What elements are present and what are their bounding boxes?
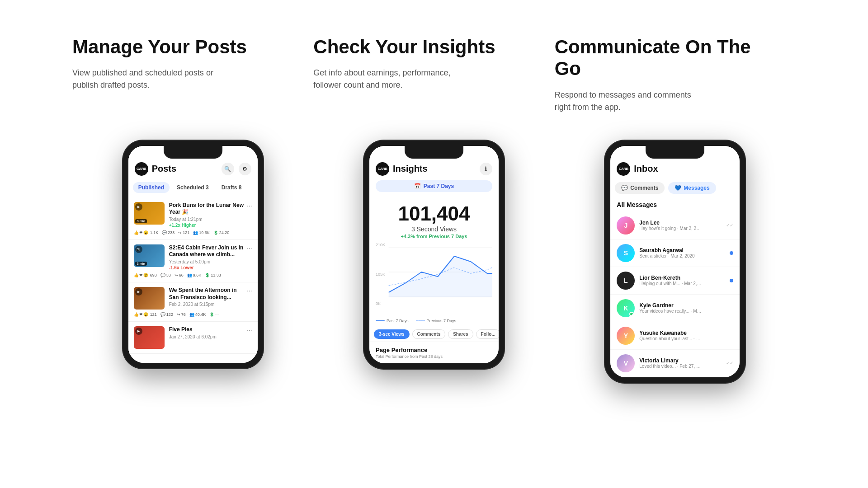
earnings-count-3: ··· <box>215 312 219 317</box>
feature-insights-title: Check Your Insights <box>313 36 527 58</box>
message-item-jen-lee[interactable]: J Jen Lee Hey how's it going · Mar 2, 20… <box>610 212 740 239</box>
msg-name-victoria: Victoria Limary <box>639 357 722 364</box>
tab-messages[interactable]: 💙 Messages <box>668 182 716 194</box>
post-item-3[interactable]: ▶ We Spent the Afternoon in San Fransisc… <box>128 282 258 322</box>
post-item-2[interactable]: 📷 3 min S2:E4 Cabin Fever Join us in Can… <box>128 240 258 282</box>
unread-dot-lior <box>730 279 733 282</box>
post-item-1[interactable]: ▶ 3 min Pork Buns for the Lunar New Year… <box>128 197 258 240</box>
chart-tab-comments[interactable]: Comments <box>412 329 446 339</box>
message-item-victoria[interactable]: V Victoria Limary Loved this video... · … <box>610 350 740 377</box>
message-tab-icon: 💙 <box>675 185 681 191</box>
post-date-3: Feb 2, 2020 at 5:15pm <box>169 302 252 307</box>
tab-published[interactable]: Published <box>133 182 170 193</box>
chart-tab-views[interactable]: 3-sec Views <box>374 329 410 339</box>
carb-logo-insights: CARB <box>376 162 389 176</box>
duration-1: 3 min <box>135 219 147 223</box>
msg-name-jen-lee: Jen Lee <box>639 220 722 226</box>
message-item-lior[interactable]: L Lior Ben-Kereth Helping out with M... … <box>610 267 740 295</box>
msg-name-lior: Lior Ben-Kereth <box>639 275 725 281</box>
chart-tab-shares[interactable]: Shares <box>448 329 473 339</box>
stat-reach-1: 👥 19.6K <box>193 230 210 235</box>
posts-screen: CARB Posts 🔍 ⚙ Published Scheduled 3 <box>128 146 258 363</box>
feature-communicate: Communicate On The Go Respond to message… <box>555 36 796 113</box>
tab-comments[interactable]: 💬 Comments <box>615 182 665 194</box>
phone-inbox-notch <box>646 146 704 159</box>
earnings-count-2: 11.33 <box>211 273 221 277</box>
insights-chart-svg <box>376 243 492 301</box>
tab-scheduled[interactable]: Scheduled 3 <box>171 182 214 193</box>
post-tag-1: +1.2x Higher <box>169 223 252 228</box>
msg-preview-kyle: Your videos have really... · Mar 1, 2020 <box>639 309 703 314</box>
tab-drafts[interactable]: Drafts 8 <box>216 182 247 193</box>
feature-manage-posts-title: Manage Your Posts <box>72 36 286 58</box>
msg-info-lior: Lior Ben-Kereth Helping out with M... · … <box>639 275 725 286</box>
post-info-4: Five Pies ··· Jan 27, 2020 at 6:02pm <box>169 326 252 339</box>
msg-preview-jen-lee: Hey how's it going · Mar 2, 2020 <box>639 226 703 231</box>
legend-past7: Past 7 Days <box>376 319 409 323</box>
chart-tab-followers[interactable]: Follo... <box>476 329 499 339</box>
stat-earnings-3: 💲 ··· <box>209 312 219 317</box>
phone-insights-notch <box>405 146 463 159</box>
chart-area: 210K 105K 0K <box>369 243 499 315</box>
avatar-lior: L <box>617 272 635 290</box>
stat-shares-1: ↪ 121 <box>178 230 189 235</box>
post-title-1: Pork Buns for the Lunar New Year 🎉 <box>169 202 244 216</box>
post-title-2: S2:E4 Cabin Fever Join us in Canada wher… <box>169 244 244 258</box>
posts-tabs-bar: Published Scheduled 3 Drafts 8 <box>128 180 258 197</box>
avatar-jen-lee: J <box>617 216 635 235</box>
avatar-saurabh: S <box>617 244 635 262</box>
share-count-1: 121 <box>183 230 189 235</box>
phone-inbox-inner: CARB Inbox 💬 Comments 💙 Message <box>610 146 740 377</box>
message-item-yusuke[interactable]: Y Yusuke Kawanabe Question about your la… <box>610 322 740 350</box>
post-title-row-4: Five Pies ··· <box>169 326 252 333</box>
posts-header-left: CARB Posts <box>135 162 176 176</box>
feature-communicate-title: Communicate On The Go <box>555 36 769 80</box>
page-wrapper: Manage Your Posts View published and sch… <box>0 0 868 383</box>
info-button[interactable]: ℹ <box>480 163 492 175</box>
stat-comments-3: 💬 122 <box>160 312 173 317</box>
post-item-4[interactable]: ▶ Five Pies ··· Jan 27, 2020 at 6:02pm <box>128 322 258 354</box>
search-icon[interactable]: 🔍 <box>222 163 234 175</box>
reaction-count-2: 693 <box>150 273 157 277</box>
post-date-4: Jan 27, 2020 at 6:02pm <box>169 334 252 339</box>
reaction-icons-1: 👍 ❤ 😮 <box>134 230 148 235</box>
message-item-kyle[interactable]: K Kyle Gardner Your videos have really..… <box>610 295 740 322</box>
post-stats-2: 👍 ❤ 😮 693 💬 33 <box>134 273 252 277</box>
stat-reactions-2: 👍 ❤ 😮 693 <box>134 273 157 277</box>
inbox-title: Inbox <box>634 164 658 174</box>
msg-preview-yusuke: Question about your last... · Mar 1, 202… <box>639 336 703 341</box>
inbox-screen: CARB Inbox 💬 Comments 💙 Message <box>610 146 740 377</box>
chart-svg-wrapper <box>376 243 492 306</box>
video-icon-3: ▶ <box>135 288 142 296</box>
msg-info-saurabh: Saurabh Agarwal Sent a sticker · Mar 2, … <box>639 247 725 258</box>
stat-reactions-1: 👍 ❤ 😮 1.1K <box>134 230 159 235</box>
message-item-saurabh[interactable]: S Saurabh Agarwal Sent a sticker · Mar 2… <box>610 239 740 267</box>
read-check-jen-lee: ✓✓ <box>726 223 733 228</box>
reaction-icons-2: 👍 ❤ 😮 <box>134 273 148 277</box>
earnings-count-1: 24.20 <box>219 230 230 235</box>
msg-info-victoria: Victoria Limary Loved this video... · Fe… <box>639 357 722 369</box>
reaction-count-1: 1.1K <box>150 230 159 235</box>
insights-title: Insights <box>393 164 428 174</box>
msg-info-yusuke: Yusuke Kawanabe Question about your last… <box>639 330 733 341</box>
share-icon-1: ↪ <box>178 230 182 235</box>
legend-solid-line <box>376 320 385 321</box>
msg-preview-lior: Helping out with M... · Mar 2, 2020 <box>639 281 703 286</box>
post-thumb-3: ▶ <box>134 287 165 310</box>
phone-posts-notch <box>164 146 222 159</box>
phones-row: CARB Posts 🔍 ⚙ Published Scheduled 3 <box>72 141 796 383</box>
post-dots-2[interactable]: ··· <box>247 244 252 252</box>
phone-posts-col: CARB Posts 🔍 ⚙ Published Scheduled 3 <box>72 141 313 368</box>
page-perf-sub: Total Performance from Past 28 days <box>376 354 492 359</box>
date-range-button[interactable]: 📅 Past 7 Days <box>376 180 492 192</box>
stat-shares-2: ↪ 66 <box>175 273 184 277</box>
filter-icon[interactable]: ⚙ <box>239 163 251 175</box>
post-dots-4[interactable]: ··· <box>247 326 252 333</box>
feature-manage-posts: Manage Your Posts View published and sch… <box>72 36 313 113</box>
feature-communicate-desc: Respond to messages and comments right f… <box>555 89 708 113</box>
post-dots-1[interactable]: ··· <box>247 202 252 209</box>
all-messages-label: All Messages <box>610 199 740 212</box>
legend-prev7: Previous 7 Days <box>416 319 457 323</box>
post-tag-2: -1.6x Lower <box>169 265 252 270</box>
post-dots-3[interactable]: ··· <box>247 287 252 294</box>
